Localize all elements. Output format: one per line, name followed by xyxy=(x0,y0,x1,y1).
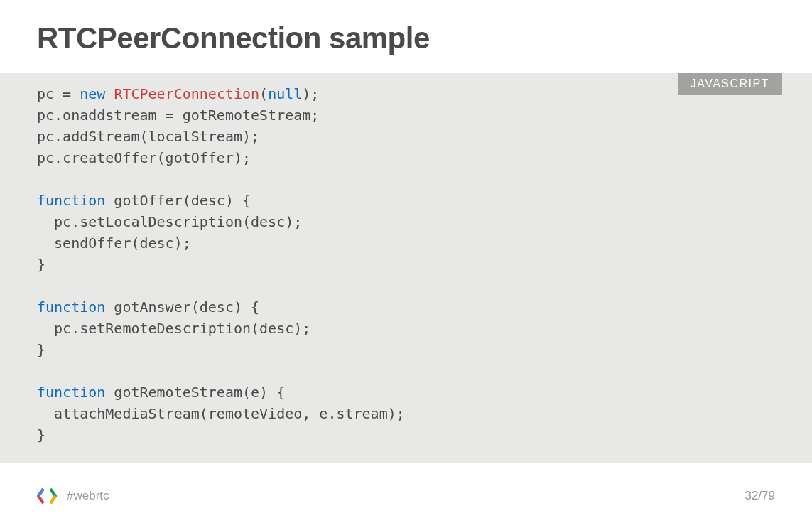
slide-footer: #webrtc 32/79 xyxy=(0,474,812,518)
language-badge: JAVASCRIPT xyxy=(678,73,782,95)
slide-title: RTCPeerConnection sample xyxy=(37,21,775,55)
hashtag-text: #webrtc xyxy=(67,489,109,503)
slide-header: RTCPeerConnection sample xyxy=(0,0,812,73)
page-number: 32/79 xyxy=(745,489,775,503)
code-content: pc = new RTCPeerConnection(null); pc.ona… xyxy=(37,83,775,446)
footer-left: #webrtc xyxy=(37,487,109,504)
google-io-logo-icon xyxy=(37,487,57,504)
code-block: JAVASCRIPT pc = new RTCPeerConnection(nu… xyxy=(0,73,812,463)
